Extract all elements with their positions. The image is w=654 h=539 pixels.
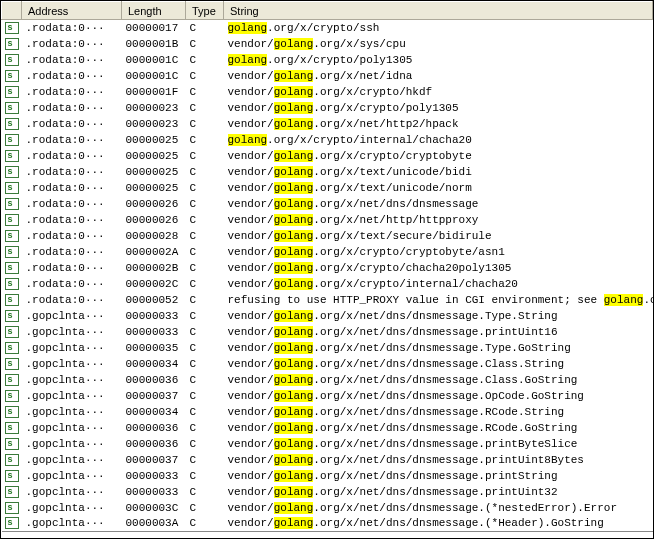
table-row[interactable]: .rodata:0···00000026Cvendor/golang.org/x… xyxy=(2,212,653,228)
table-row[interactable]: .gopclnta···00000035Cvendor/golang.org/x… xyxy=(2,340,653,356)
column-header-length[interactable]: Length xyxy=(122,2,186,20)
address-cell: .gopclnta··· xyxy=(22,372,122,388)
strings-table: Address Length Type String .rodata:0···0… xyxy=(1,1,653,532)
row-icon-cell xyxy=(2,500,22,516)
string-icon xyxy=(5,278,19,290)
string-cell: vendor/golang.org/x/net/dns/dnsmessage.p… xyxy=(224,324,653,340)
string-cell: refusing to use HTTP_PROXY value in CGI … xyxy=(224,292,653,308)
row-icon-cell xyxy=(2,436,22,452)
address-cell: .rodata:0··· xyxy=(22,116,122,132)
string-icon xyxy=(5,150,19,162)
row-icon-cell xyxy=(2,84,22,100)
table-row[interactable]: .rodata:0···00000017Cgolang.org/x/crypto… xyxy=(2,20,653,36)
highlight-match: golang xyxy=(274,166,314,178)
table-row[interactable]: .rodata:0···0000001BCvendor/golang.org/x… xyxy=(2,36,653,52)
row-icon-cell xyxy=(2,20,22,36)
table-row[interactable]: .gopclnta···00000033Cvendor/golang.org/x… xyxy=(2,484,653,500)
string-cell: vendor/golang.org/x/net/dns/dnsmessage.O… xyxy=(224,388,653,404)
table-row[interactable]: .rodata:0···0000002ACvendor/golang.org/x… xyxy=(2,244,653,260)
table-row[interactable]: .gopclnta···00000036Cvendor/golang.org/x… xyxy=(2,372,653,388)
table-row[interactable]: .rodata:0···00000025Cvendor/golang.org/x… xyxy=(2,180,653,196)
type-cell: C xyxy=(186,196,224,212)
string-cell: vendor/golang.org/x/text/unicode/bidi xyxy=(224,164,653,180)
highlight-match: golang xyxy=(228,54,268,66)
table-row[interactable]: .rodata:0···0000001FCvendor/golang.org/x… xyxy=(2,84,653,100)
table-row[interactable]: .gopclnta···00000033Cvendor/golang.org/x… xyxy=(2,324,653,340)
length-cell: 00000035 xyxy=(122,340,186,356)
address-cell: .gopclnta··· xyxy=(22,452,122,468)
address-cell: .gopclnta··· xyxy=(22,324,122,340)
table-row[interactable]: .gopclnta···0000003CCvendor/golang.org/x… xyxy=(2,500,653,516)
table-row[interactable]: .gopclnta···00000033Cvendor/golang.org/x… xyxy=(2,308,653,324)
table-row[interactable]: .rodata:0···00000025Cgolang.org/x/crypto… xyxy=(2,132,653,148)
address-cell: .rodata:0··· xyxy=(22,260,122,276)
table-row[interactable]: .rodata:0···00000025Cvendor/golang.org/x… xyxy=(2,164,653,180)
highlight-match: golang xyxy=(274,262,314,274)
row-icon-cell xyxy=(2,132,22,148)
address-cell: .rodata:0··· xyxy=(22,196,122,212)
length-cell: 0000001C xyxy=(122,52,186,68)
type-cell: C xyxy=(186,52,224,68)
type-cell: C xyxy=(186,500,224,516)
table-row[interactable]: .rodata:0···0000002CCvendor/golang.org/x… xyxy=(2,276,653,292)
type-cell: C xyxy=(186,84,224,100)
table-header-row: Address Length Type String xyxy=(2,2,653,20)
table-row[interactable]: .rodata:0···0000001CCgolang.org/x/crypto… xyxy=(2,52,653,68)
string-icon xyxy=(5,374,19,386)
table-row[interactable]: .rodata:0···00000023Cvendor/golang.org/x… xyxy=(2,100,653,116)
length-cell: 00000025 xyxy=(122,148,186,164)
highlight-match: golang xyxy=(274,470,314,482)
highlight-match: golang xyxy=(274,118,314,130)
highlight-match: golang xyxy=(274,342,314,354)
string-cell: vendor/golang.org/x/net/idna xyxy=(224,68,653,84)
address-cell: .rodata:0··· xyxy=(22,52,122,68)
highlight-match: golang xyxy=(274,438,314,450)
table-row[interactable]: .rodata:0···00000052Crefusing to use HTT… xyxy=(2,292,653,308)
string-cell: vendor/golang.org/x/net/dns/dnsmessage.R… xyxy=(224,420,653,436)
length-cell: 0000001F xyxy=(122,84,186,100)
table-row[interactable]: .gopclnta···00000034Cvendor/golang.org/x… xyxy=(2,356,653,372)
table-row[interactable]: .gopclnta···00000036Cvendor/golang.org/x… xyxy=(2,436,653,452)
table-row[interactable]: .gopclnta···00000037Cvendor/golang.org/x… xyxy=(2,452,653,468)
table-row[interactable]: .rodata:0···0000002BCvendor/golang.org/x… xyxy=(2,260,653,276)
table-row[interactable]: .gopclnta···0000003ACvendor/golang.org/x… xyxy=(2,516,653,532)
table-row[interactable]: .rodata:0···00000026Cvendor/golang.org/x… xyxy=(2,196,653,212)
length-cell: 00000025 xyxy=(122,132,186,148)
highlight-match: golang xyxy=(274,246,314,258)
string-icon xyxy=(5,102,19,114)
string-icon xyxy=(5,422,19,434)
table-row[interactable]: .gopclnta···00000036Cvendor/golang.org/x… xyxy=(2,420,653,436)
address-cell: .gopclnta··· xyxy=(22,308,122,324)
string-cell: vendor/golang.org/x/crypto/poly1305 xyxy=(224,100,653,116)
table-row[interactable]: .rodata:0···00000025Cvendor/golang.org/x… xyxy=(2,148,653,164)
table-row[interactable]: .rodata:0···00000028Cvendor/golang.org/x… xyxy=(2,228,653,244)
length-cell: 00000028 xyxy=(122,228,186,244)
column-header-type[interactable]: Type xyxy=(186,2,224,20)
table-row[interactable]: .rodata:0···0000001CCvendor/golang.org/x… xyxy=(2,68,653,84)
table-row[interactable]: .rodata:0···00000023Cvendor/golang.org/x… xyxy=(2,116,653,132)
type-cell: C xyxy=(186,308,224,324)
table-row[interactable]: .gopclnta···00000037Cvendor/golang.org/x… xyxy=(2,388,653,404)
address-cell: .gopclnta··· xyxy=(22,340,122,356)
type-cell: C xyxy=(186,420,224,436)
table-row[interactable]: .gopclnta···00000033Cvendor/golang.org/x… xyxy=(2,468,653,484)
string-cell: vendor/golang.org/x/net/dns/dnsmessage.T… xyxy=(224,340,653,356)
highlight-match: golang xyxy=(274,422,314,434)
table-row[interactable]: .gopclnta···00000034Cvendor/golang.org/x… xyxy=(2,404,653,420)
address-cell: .rodata:0··· xyxy=(22,244,122,260)
column-header-icon[interactable] xyxy=(2,2,22,20)
string-cell: golang.org/x/crypto/ssh xyxy=(224,20,653,36)
length-cell: 0000002A xyxy=(122,244,186,260)
highlight-match: golang xyxy=(274,230,314,242)
strings-table-container[interactable]: Address Length Type String .rodata:0···0… xyxy=(1,1,653,538)
highlight-match: golang xyxy=(274,390,314,402)
length-cell: 0000002C xyxy=(122,276,186,292)
string-icon xyxy=(5,166,19,178)
length-cell: 00000036 xyxy=(122,372,186,388)
string-cell: vendor/golang.org/x/net/dns/dnsmessage.C… xyxy=(224,356,653,372)
string-icon xyxy=(5,262,19,274)
address-cell: .rodata:0··· xyxy=(22,68,122,84)
column-header-string[interactable]: String xyxy=(224,2,653,20)
highlight-match: golang xyxy=(604,294,644,306)
column-header-address[interactable]: Address xyxy=(22,2,122,20)
